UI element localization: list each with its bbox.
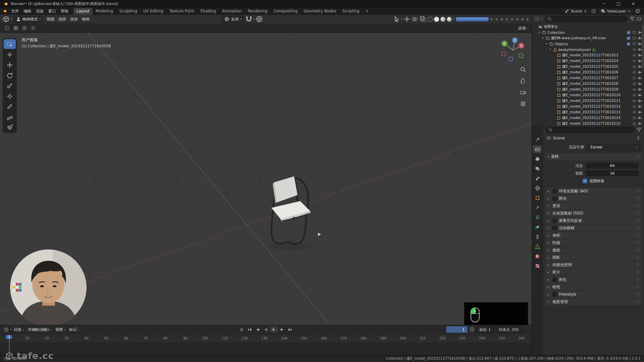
- tab-compositing[interactable]: Compositing: [270, 8, 301, 15]
- properties-tab-world[interactable]: [533, 184, 542, 192]
- render-engine-dropdown[interactable]: Eevee ▾: [587, 144, 641, 151]
- transform-tool[interactable]: [4, 91, 16, 101]
- outliner-editor-icon[interactable]: [535, 16, 539, 21]
- selectability-icon[interactable]: [393, 16, 400, 22]
- tab-uv-editing[interactable]: UV Editing: [140, 8, 166, 15]
- section-屏幕空间反射[interactable]: ▸ 屏幕空间反射 ⠿: [545, 217, 642, 224]
- section-辉光[interactable]: ▸ 辉光 ⠿: [545, 195, 642, 202]
- camera-icon[interactable]: [638, 31, 642, 35]
- checkbox-icon[interactable]: [552, 278, 557, 282]
- tool-settings-button-1[interactable]: [3, 25, 11, 32]
- checkbox-icon[interactable]: [627, 42, 631, 46]
- timeline-menu-视图[interactable]: 视图 ▾: [53, 326, 67, 333]
- viewlayer-remove-icon[interactable]: ×: [628, 9, 631, 13]
- chair-model[interactable]: [261, 175, 318, 259]
- eye-icon[interactable]: [632, 99, 636, 103]
- eye-icon[interactable]: [632, 76, 636, 80]
- viewport-menu-视图[interactable]: 视图: [45, 16, 56, 22]
- checkbox-icon[interactable]: [552, 196, 557, 201]
- new-collection-icon[interactable]: [637, 16, 641, 21]
- scale-tool[interactable]: [4, 81, 16, 90]
- scene-unlink-icon[interactable]: ×: [584, 9, 586, 13]
- outliner-scrollbar[interactable]: [642, 24, 644, 68]
- header-slider[interactable]: [456, 17, 489, 21]
- outliner-row[interactable]: 建E_model_2023311177161024: [532, 58, 644, 64]
- shading-rendered-icon[interactable]: [447, 17, 452, 22]
- jump-to-start-button[interactable]: [246, 326, 254, 333]
- restrict-toggle-icon[interactable]: ×: [521, 17, 524, 21]
- properties-tab-physics[interactable]: [533, 223, 542, 231]
- viewport-3d[interactable]: 用户透视 (1) Collection | 建E_model_202331117…: [0, 33, 532, 325]
- eye-icon[interactable]: [632, 93, 636, 97]
- viewport-menu-物体[interactable]: 物体: [80, 16, 92, 22]
- outliner-row[interactable]: ▾ 建E网-www.justeasy.cn_VR.max: [532, 35, 644, 41]
- viewlayer-selector[interactable]: ViewLayer ×: [598, 8, 633, 14]
- timeline-menu-关键帧(插帧)[interactable]: 关键帧(插帧) ▾: [26, 326, 54, 333]
- timeline-menu-回放[interactable]: 回放 ▾: [12, 326, 26, 333]
- eye-icon[interactable]: [632, 59, 636, 63]
- pan-hand-icon[interactable]: [520, 78, 526, 85]
- checkbox-icon[interactable]: [552, 189, 557, 193]
- camera-icon[interactable]: [638, 87, 642, 92]
- restrict-toggle-icon[interactable]: ×: [500, 17, 503, 21]
- tab-animation[interactable]: Animation: [219, 8, 245, 15]
- restrict-toggle-icon[interactable]: ×: [490, 17, 493, 21]
- play-reverse-button[interactable]: [262, 326, 270, 333]
- cursor-tool[interactable]: [4, 50, 16, 59]
- overlays-toggle-icon[interactable]: [412, 16, 418, 22]
- outliner-row[interactable]: 建E_model_20233111771610214: [532, 115, 644, 121]
- filter-icon[interactable]: [630, 16, 635, 21]
- timeline-ruler[interactable]: 1 10203040506070809010011012013014015016…: [0, 334, 532, 343]
- previous-keyframe-button[interactable]: [254, 326, 262, 333]
- section-体积[interactable]: ▸ 体积 ⠿: [545, 232, 642, 239]
- collapse-icon[interactable]: ▾: [538, 31, 541, 34]
- restrict-toggle-icon[interactable]: ×: [511, 17, 513, 21]
- restrict-toggle-icon[interactable]: ×: [516, 17, 519, 21]
- section-次表面散射 (SSS)[interactable]: ▸ 次表面散射 (SSS) ⠿: [545, 210, 642, 217]
- annotate-tool[interactable]: [4, 102, 16, 111]
- outliner-row[interactable]: 建E_model_2023311177161027: [532, 75, 644, 81]
- checkbox-icon[interactable]: [627, 31, 631, 35]
- frame-end-field[interactable]: 结束点250: [496, 326, 522, 333]
- tool-settings-button-4[interactable]: [30, 25, 37, 32]
- measure-tool[interactable]: [4, 112, 16, 122]
- gizmos-toggle-icon[interactable]: [404, 16, 410, 22]
- xray-toggle-icon[interactable]: [420, 16, 426, 22]
- eye-icon[interactable]: [632, 110, 636, 114]
- tab-modeling[interactable]: Modeling: [93, 8, 116, 15]
- snap-magnet-icon[interactable]: [246, 16, 252, 22]
- eye-icon[interactable]: [632, 70, 636, 74]
- rotate-tool[interactable]: [4, 70, 16, 80]
- section-景深[interactable]: ▸ 景深 ⠿: [545, 202, 642, 209]
- properties-tab-output[interactable]: [533, 155, 542, 163]
- properties-tab-object[interactable]: [533, 194, 542, 202]
- minimize-button[interactable]: ─: [596, 1, 611, 6]
- camera-icon[interactable]: [638, 105, 642, 109]
- orientation-dropdown[interactable]: 全局 ▾: [222, 16, 244, 23]
- properties-tab-tool[interactable]: [533, 135, 542, 143]
- viewport-menu-选择[interactable]: 选择: [56, 16, 68, 22]
- outliner-row[interactable]: 建E_model_20233111771610211: [532, 98, 644, 104]
- outliner-row[interactable]: ▾ Collection: [532, 29, 644, 35]
- filter-icon[interactable]: [637, 127, 641, 132]
- timeline-track-area[interactable]: [0, 343, 532, 355]
- close-button[interactable]: ×: [626, 1, 641, 6]
- section-胶片[interactable]: ▸ 胶片 ⠿: [545, 269, 642, 276]
- tool-settings-button-2[interactable]: [12, 25, 19, 32]
- camera-icon[interactable]: [638, 36, 642, 40]
- outliner-search-input[interactable]: [545, 16, 628, 22]
- editor-type-icon[interactable]: [3, 16, 9, 22]
- properties-tab-material[interactable]: [533, 252, 542, 260]
- properties-search-input[interactable]: [546, 127, 635, 133]
- add-cube-tool[interactable]: [4, 122, 16, 132]
- screen-icon[interactable]: [632, 42, 636, 46]
- eye-icon[interactable]: [632, 105, 636, 109]
- new-scene-icon[interactable]: [591, 9, 596, 13]
- section-Freestyle[interactable]: ▸ Freestyle ⠿: [545, 291, 642, 298]
- tab-sculpting[interactable]: Sculpting: [116, 8, 140, 15]
- camera-icon[interactable]: [638, 59, 642, 63]
- outliner-row[interactable]: 建E_model_2023311177161023: [532, 52, 644, 58]
- play-button[interactable]: [270, 326, 278, 333]
- properties-tab-modifier[interactable]: [533, 203, 542, 212]
- auto-keying-icon[interactable]: [238, 326, 246, 333]
